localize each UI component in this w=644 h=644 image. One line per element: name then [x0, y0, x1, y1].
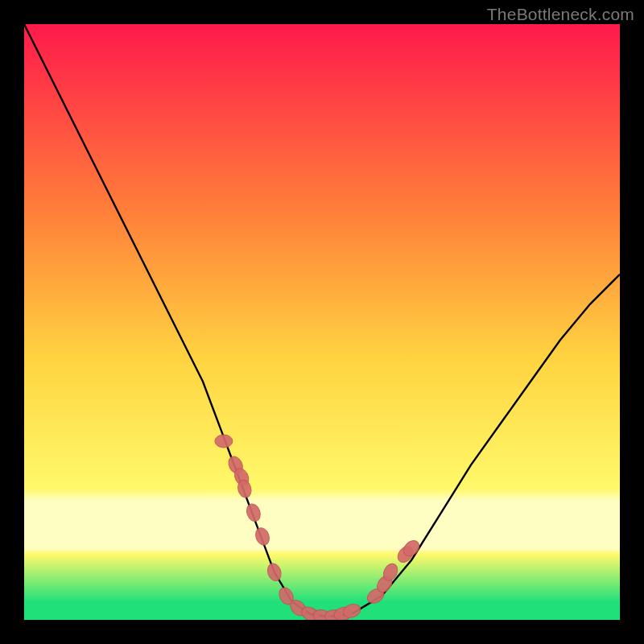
gradient-background	[24, 24, 620, 620]
chart-area	[24, 24, 620, 620]
watermark: TheBottleneck.com	[487, 5, 634, 24]
sample-point	[215, 435, 233, 448]
bottleneck-chart	[24, 24, 620, 620]
